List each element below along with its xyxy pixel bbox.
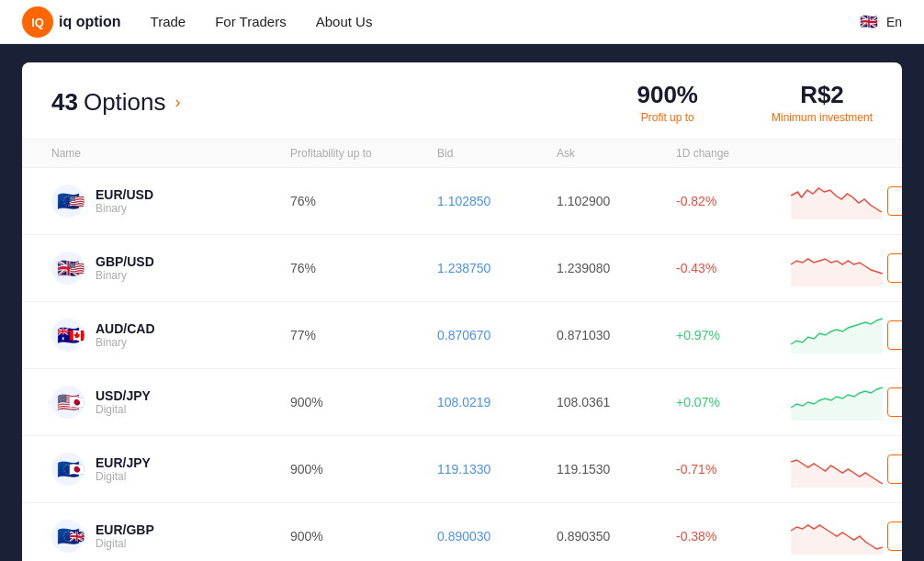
asset-name: EUR/USD xyxy=(96,187,153,202)
asset-type: Digital xyxy=(96,470,151,483)
header-stats: 900% Profit up to R$2 Minimum investment xyxy=(637,81,873,124)
asset-flag: 🇺🇸 🇯🇵 xyxy=(51,386,85,419)
asset-type: Binary xyxy=(96,336,155,349)
nav-about-us[interactable]: About Us xyxy=(316,14,373,29)
profitability-value: 900% xyxy=(290,395,437,410)
logo[interactable]: IQ iq option xyxy=(22,6,121,38)
options-card: 43 Options › 900% Profit up to R$2 Minim… xyxy=(22,62,902,561)
asset-type: Digital xyxy=(96,403,151,416)
profit-label: Profit up to xyxy=(637,111,698,124)
table-row: 🇪🇺 🇯🇵 EUR/JPY Digital 900% 119.1330 119.… xyxy=(22,435,902,502)
asset-info: USD/JPY Digital xyxy=(96,388,151,416)
trade-btn-cell: Trade xyxy=(887,522,902,551)
asset-name: GBP/USD xyxy=(96,254,154,269)
table-row: 🇪🇺 🇬🇧 EUR/GBP Digital 900% 0.890030 0.89… xyxy=(22,502,902,561)
nav-links: Trade For Traders About Us xyxy=(151,14,859,29)
asset-flag: 🇪🇺 🇬🇧 xyxy=(51,520,85,553)
asset-info: EUR/JPY Digital xyxy=(96,455,151,483)
asset-type: Digital xyxy=(96,537,154,550)
profit-stat: 900% Profit up to xyxy=(637,81,698,124)
bid-value: 1.102850 xyxy=(437,194,557,208)
flag-icon: 🇬🇧 xyxy=(859,12,879,32)
options-count: 43 xyxy=(51,88,78,117)
card-header: 43 Options › 900% Profit up to R$2 Minim… xyxy=(22,62,902,140)
trade-button[interactable]: Trade xyxy=(887,454,902,484)
trade-button[interactable]: Trade xyxy=(887,522,902,551)
asset-type: Binary xyxy=(96,269,154,282)
bid-value: 1.238750 xyxy=(437,261,557,275)
asset-flag: 🇪🇺 🇯🇵 xyxy=(51,453,85,486)
trade-button[interactable]: Trade xyxy=(887,186,902,216)
ask-value: 108.0361 xyxy=(557,395,676,410)
profitability-value: 900% xyxy=(290,462,437,477)
th-name: Name xyxy=(51,147,290,160)
investment-stat: R$2 Minimum investment xyxy=(772,81,873,124)
table-header: Name Profitability up to Bid Ask 1D chan… xyxy=(22,140,902,167)
th-ask: Ask xyxy=(557,147,676,160)
profit-value: 900% xyxy=(637,81,698,109)
asset-flag: 🇦🇺 🇨🇦 xyxy=(51,319,85,352)
change-value: -0.38% xyxy=(676,529,786,544)
trade-btn-cell: Trade xyxy=(887,186,902,216)
change-value: -0.43% xyxy=(676,261,786,275)
trade-btn-cell: Trade xyxy=(887,387,902,417)
mini-chart xyxy=(786,514,887,558)
asset-cell: 🇪🇺 🇬🇧 EUR/GBP Digital xyxy=(51,520,290,553)
lang-label[interactable]: En xyxy=(886,15,902,29)
ask-value: 119.1530 xyxy=(557,462,676,477)
ask-value: 1.239080 xyxy=(557,261,676,275)
mini-chart xyxy=(786,246,887,290)
asset-type: Binary xyxy=(96,202,153,215)
navbar: IQ iq option Trade For Traders About Us … xyxy=(0,0,924,44)
options-title: 43 Options › xyxy=(51,88,181,117)
nav-trade[interactable]: Trade xyxy=(151,14,186,29)
profitability-value: 76% xyxy=(290,194,437,208)
trade-button[interactable]: Trade xyxy=(887,387,902,417)
th-bid: Bid xyxy=(437,147,557,160)
investment-value: R$2 xyxy=(772,81,873,109)
trade-btn-cell: Trade xyxy=(887,320,902,350)
bid-value: 0.870670 xyxy=(437,328,557,342)
ask-value: 0.890350 xyxy=(557,529,676,544)
asset-info: AUD/CAD Binary xyxy=(96,321,155,349)
language-selector[interactable]: 🇬🇧 En xyxy=(859,12,902,32)
asset-info: EUR/USD Binary xyxy=(96,187,153,215)
bid-value: 108.0219 xyxy=(437,395,557,410)
mini-chart xyxy=(786,179,887,223)
asset-info: EUR/GBP Digital xyxy=(96,522,154,550)
asset-name: EUR/GBP xyxy=(96,522,154,537)
trade-button[interactable]: Trade xyxy=(887,320,902,350)
table-row: 🇦🇺 🇨🇦 AUD/CAD Binary 77% 0.870670 0.8710… xyxy=(22,301,902,368)
table-body: 🇪🇺 🇺🇸 EUR/USD Binary 76% 1.102850 1.1029… xyxy=(22,167,902,561)
th-action xyxy=(786,147,902,160)
asset-cell: 🇺🇸 🇯🇵 USD/JPY Digital xyxy=(51,386,290,419)
trade-button[interactable]: Trade xyxy=(887,253,902,283)
mini-chart xyxy=(786,447,887,491)
asset-info: GBP/USD Binary xyxy=(96,254,154,282)
svg-text:IQ: IQ xyxy=(31,16,44,29)
asset-cell: 🇬🇧 🇺🇸 GBP/USD Binary xyxy=(51,252,290,285)
change-value: +0.07% xyxy=(676,395,786,410)
mini-chart xyxy=(786,380,887,424)
trade-btn-cell: Trade xyxy=(887,454,902,484)
asset-flag: 🇪🇺 🇺🇸 xyxy=(51,185,85,218)
change-value: -0.82% xyxy=(676,194,786,208)
bid-value: 0.890030 xyxy=(437,529,557,544)
asset-name: AUD/CAD xyxy=(96,321,155,336)
asset-cell: 🇦🇺 🇨🇦 AUD/CAD Binary xyxy=(51,319,290,352)
table-row: 🇪🇺 🇺🇸 EUR/USD Binary 76% 1.102850 1.1029… xyxy=(22,167,902,234)
options-arrow-icon[interactable]: › xyxy=(175,93,181,112)
asset-name: USD/JPY xyxy=(96,388,151,403)
main-content: 43 Options › 900% Profit up to R$2 Minim… xyxy=(0,44,924,561)
profitability-value: 77% xyxy=(290,328,437,342)
change-value: -0.71% xyxy=(676,462,786,477)
nav-for-traders[interactable]: For Traders xyxy=(215,14,287,29)
investment-label: Minimum investment xyxy=(772,111,873,124)
th-profitability: Profitability up to xyxy=(290,147,437,160)
trade-btn-cell: Trade xyxy=(887,253,902,283)
th-change: 1D change xyxy=(676,147,786,160)
mini-chart xyxy=(786,313,887,357)
table-row: 🇬🇧 🇺🇸 GBP/USD Binary 76% 1.238750 1.2390… xyxy=(22,234,902,301)
asset-cell: 🇪🇺 🇺🇸 EUR/USD Binary xyxy=(51,185,290,218)
bid-value: 119.1330 xyxy=(437,462,557,477)
